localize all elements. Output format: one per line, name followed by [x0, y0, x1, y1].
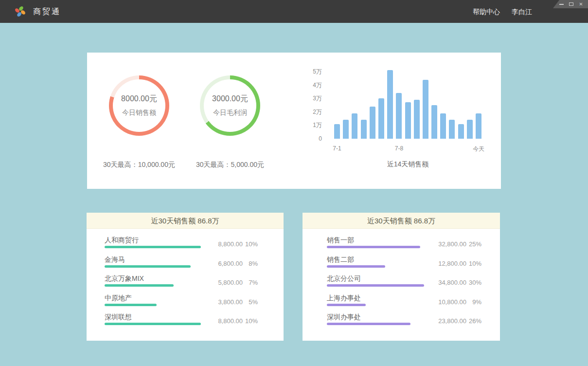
- app-title: 商贸通: [33, 7, 61, 17]
- rank-item-value: 8,800.00: [218, 240, 243, 248]
- sales-bar: [370, 107, 375, 139]
- rank-item-value: 32,800.00: [438, 240, 466, 248]
- x-tick-label: 7-8: [395, 145, 403, 152]
- rank-item-percent: 10%: [241, 240, 258, 248]
- rank-item-bar: [105, 304, 157, 306]
- sales-bar: [387, 70, 393, 139]
- today-profit-value: 3000.00元: [212, 94, 248, 104]
- rank-row: 人和商贸行8,800.0010%: [87, 233, 284, 253]
- sales-bar: [458, 124, 464, 139]
- today-profit-label: 今日毛利润: [213, 109, 247, 117]
- y-tick-label: 3万: [313, 95, 322, 102]
- sales-bar: [405, 102, 411, 139]
- rank-item-value: 3,800.00: [218, 298, 243, 306]
- minimize-icon[interactable]: [559, 1, 564, 7]
- today-sales-label: 今日销售额: [122, 109, 156, 117]
- customer-rank-card: 近30天销售额 86.8万 人和商贸行8,800.0010%金海马6,800.0…: [87, 213, 284, 341]
- rank-item-percent: 7%: [241, 279, 258, 286]
- title-bar: 商贸通 帮助中心 李白江 ✕: [0, 0, 588, 23]
- pinwheel-logo-icon: [14, 5, 27, 18]
- customer-rank-title: 近30天销售额 86.8万: [87, 213, 284, 229]
- rank-item-value: 34,800.00: [438, 279, 466, 286]
- dept-rank-card: 近30天销售额 86.8万 销售一部32,800.0025%销售二部12,800…: [303, 213, 500, 341]
- sales-bar: [396, 93, 402, 139]
- customer-rank-list: 人和商贸行8,800.0010%金海马6,800.008%北京万象MIX5,80…: [87, 229, 284, 329]
- y-tick-label: 0: [319, 135, 322, 142]
- rank-item-percent: 5%: [241, 298, 258, 306]
- rank-item-bar: [327, 284, 424, 287]
- sales-bar: [467, 120, 473, 139]
- sales-bar: [449, 120, 455, 139]
- y-tick-label: 2万: [313, 109, 322, 115]
- rank-item-bar: [327, 304, 366, 306]
- rank-row: 北京分公司34,800.0030%: [303, 272, 500, 291]
- close-icon[interactable]: ✕: [578, 1, 584, 7]
- sales-bar: [334, 124, 340, 139]
- sales-chart-y-axis: 5万4万3万2万1万0: [301, 68, 322, 139]
- sales-14d-bar-chart: [334, 68, 481, 139]
- sales-bar: [440, 113, 446, 139]
- sales-bar: [431, 105, 437, 139]
- dept-rank-title: 近30天销售额 86.8万: [303, 213, 500, 229]
- x-tick-label: 7-1: [333, 145, 341, 152]
- sales-bar: [343, 120, 349, 139]
- rank-row: 北京万象MIX5,800.007%: [87, 272, 284, 291]
- rank-item-percent: 25%: [465, 240, 481, 248]
- rank-item-value: 8,800.00: [218, 317, 243, 325]
- today-profit-donut: 3000.00元 今日毛利润: [200, 75, 260, 136]
- rank-row: 上海办事处10,800.009%: [303, 291, 500, 311]
- rank-item-percent: 30%: [465, 279, 481, 286]
- profit-30d-max: 30天最高：5,000.00元: [181, 161, 279, 169]
- rank-item-value: 10,800.00: [438, 298, 466, 306]
- rank-item-bar: [105, 284, 174, 287]
- today-profit-donut-center: 3000.00元 今日毛利润: [204, 79, 256, 132]
- rank-row: 销售二部12,800.0010%: [303, 253, 500, 272]
- help-center-link[interactable]: 帮助中心: [473, 8, 500, 17]
- rank-row: 深圳办事处23,800.0026%: [303, 310, 500, 329]
- sales-chart-title: 近14天销售额: [334, 160, 481, 169]
- rank-item-value: 23,800.00: [438, 317, 466, 325]
- sales-bar: [352, 113, 357, 139]
- rank-item-bar: [105, 265, 191, 268]
- rank-row: 销售一部32,800.0025%: [303, 233, 500, 253]
- rank-row: 深圳联想8,800.0010%: [87, 310, 284, 329]
- rank-item-value: 5,800.00: [218, 279, 243, 286]
- sales-bar: [414, 100, 420, 139]
- rank-item-percent: 8%: [241, 260, 258, 267]
- sales-bar: [476, 113, 481, 139]
- rank-item-bar: [327, 246, 420, 248]
- overview-card: 8000.00元 今日销售额 30天最高：10,000.00元 3000.00元…: [87, 53, 501, 189]
- rank-item-value: 6,800.00: [218, 260, 243, 267]
- y-tick-label: 5万: [313, 68, 322, 75]
- sales-bar: [423, 80, 428, 139]
- today-sales-donut-center: 8000.00元 今日销售额: [113, 79, 165, 132]
- rank-row: 金海马6,800.008%: [87, 253, 284, 272]
- rank-item-bar: [105, 246, 201, 248]
- rank-item-percent: 9%: [465, 298, 481, 306]
- sales-30d-max: 30天最高：10,000.00元: [90, 161, 188, 169]
- sales-bar: [378, 98, 384, 139]
- rank-item-percent: 10%: [241, 317, 258, 325]
- x-tick-label: 今天: [473, 145, 484, 153]
- rank-item-value: 12,800.00: [438, 260, 466, 267]
- sales-chart-x-axis: 7-17-8今天: [334, 145, 481, 153]
- dept-rank-list: 销售一部32,800.0025%销售二部12,800.0010%北京分公司34,…: [303, 229, 500, 329]
- rank-item-percent: 26%: [465, 317, 481, 325]
- maximize-icon[interactable]: [569, 1, 574, 7]
- user-menu[interactable]: 李白江: [512, 8, 532, 17]
- rank-item-bar: [105, 323, 201, 325]
- rank-item-percent: 10%: [465, 260, 481, 267]
- sales-bar: [361, 120, 367, 139]
- window-controls: ✕: [553, 0, 588, 8]
- today-sales-donut: 8000.00元 今日销售额: [109, 75, 169, 136]
- y-tick-label: 4万: [313, 82, 322, 89]
- rank-row: 中原地产3,800.005%: [87, 291, 284, 311]
- y-tick-label: 1万: [313, 122, 322, 128]
- today-sales-value: 8000.00元: [121, 94, 157, 104]
- rank-item-bar: [327, 323, 410, 325]
- rank-item-bar: [327, 265, 385, 268]
